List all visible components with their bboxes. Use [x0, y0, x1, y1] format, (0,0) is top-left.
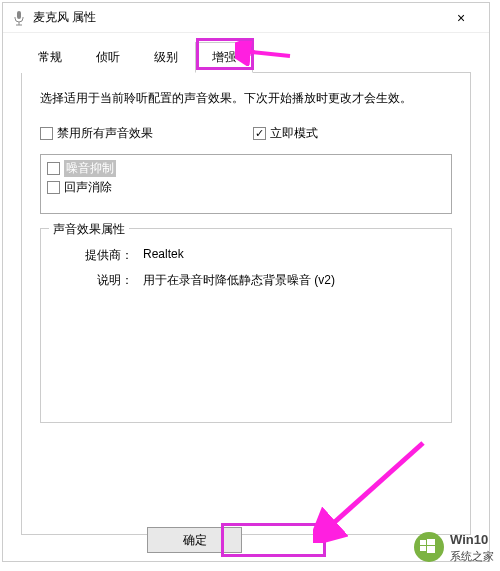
- disable-all-label: 禁用所有声音效果: [57, 125, 153, 142]
- effect-item-noise-suppression[interactable]: 噪音抑制: [47, 159, 445, 178]
- svg-rect-11: [427, 546, 435, 553]
- effect-label: 噪音抑制: [64, 160, 116, 177]
- close-button[interactable]: ×: [441, 4, 481, 32]
- immediate-mode-checkbox[interactable]: [253, 127, 266, 140]
- tab-enhancements[interactable]: 增强: [195, 42, 253, 73]
- watermark: Win10 系统之家: [414, 532, 494, 563]
- watermark-line2: 系统之家: [450, 549, 494, 563]
- effect-properties-group: 声音效果属性 提供商： Realtek 说明： 用于在录音时降低静态背景噪音 (…: [40, 228, 452, 423]
- description-row: 说明： 用于在录音时降低静态背景噪音 (v2): [53, 272, 439, 289]
- immediate-mode-label: 立即模式: [270, 125, 318, 142]
- effect-checkbox[interactable]: [47, 181, 60, 194]
- provider-value: Realtek: [143, 247, 439, 264]
- microphone-properties-window: 麦克风 属性 × 常规 侦听 级别 增强 选择适用于当前聆听配置的声音效果。下次…: [2, 2, 490, 562]
- effects-list[interactable]: 噪音抑制 回声消除: [40, 154, 452, 214]
- effect-item-echo-cancellation[interactable]: 回声消除: [47, 178, 445, 197]
- tab-levels[interactable]: 级别: [137, 42, 195, 73]
- disable-all-checkbox-group[interactable]: 禁用所有声音效果: [40, 125, 153, 142]
- window-title: 麦克风 属性: [33, 9, 441, 26]
- disable-all-checkbox[interactable]: [40, 127, 53, 140]
- immediate-mode-checkbox-group[interactable]: 立即模式: [253, 125, 318, 142]
- provider-label: 提供商：: [53, 247, 143, 264]
- checkbox-row: 禁用所有声音效果 立即模式: [40, 125, 452, 142]
- tab-listen[interactable]: 侦听: [79, 42, 137, 73]
- description-value: 用于在录音时降低静态背景噪音 (v2): [143, 272, 439, 289]
- svg-rect-0: [17, 11, 21, 19]
- effect-label: 回声消除: [64, 179, 112, 196]
- properties-legend: 声音效果属性: [49, 221, 129, 238]
- win10-logo-icon: [414, 532, 444, 562]
- svg-rect-9: [427, 539, 435, 545]
- titlebar: 麦克风 属性 ×: [3, 3, 489, 33]
- svg-rect-8: [420, 540, 426, 545]
- provider-row: 提供商： Realtek: [53, 247, 439, 264]
- tab-content-enhancements: 选择适用于当前聆听配置的声音效果。下次开始播放时更改才会生效。 禁用所有声音效果…: [21, 73, 471, 535]
- effect-checkbox[interactable]: [47, 162, 60, 175]
- ok-button[interactable]: 确定: [147, 527, 242, 553]
- svg-rect-10: [420, 546, 426, 551]
- description-text: 选择适用于当前聆听配置的声音效果。下次开始播放时更改才会生效。: [40, 89, 452, 107]
- description-label: 说明：: [53, 272, 143, 289]
- tab-general[interactable]: 常规: [21, 42, 79, 73]
- watermark-text: Win10 系统之家: [450, 532, 494, 563]
- dialog-body: 常规 侦听 级别 增强 选择适用于当前聆听配置的声音效果。下次开始播放时更改才会…: [3, 33, 489, 535]
- tab-bar: 常规 侦听 级别 增强: [21, 41, 471, 73]
- watermark-line1: Win10: [450, 532, 494, 549]
- microphone-icon: [11, 10, 27, 26]
